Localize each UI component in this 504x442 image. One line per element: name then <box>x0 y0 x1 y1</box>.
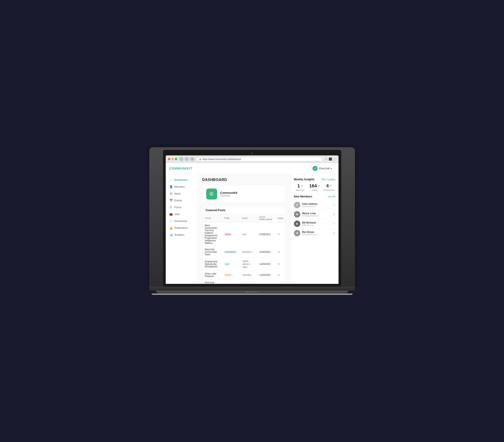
tag-item: casual <box>242 260 249 262</box>
user-menu[interactable]: C Chris Bull ∨ <box>310 165 335 172</box>
view-icon[interactable]: 👁 <box>277 250 280 254</box>
member-item: BBill Michaelsbill@aivia.ca👁 <box>294 219 335 229</box>
menu-icon[interactable]: ⋮ <box>333 158 336 161</box>
insights-more-link[interactable]: More Insights <box>321 178 335 181</box>
macbook-bottom <box>149 287 355 291</box>
sidebar-item-notifications[interactable]: 🔔 Notifications <box>166 224 198 231</box>
sidebar-item-forms[interactable]: ☑ Forms <box>166 204 198 211</box>
member-view-icon[interactable]: 👁 <box>333 222 335 225</box>
sidebar-item-documents[interactable]: 📄 Documents <box>166 218 198 224</box>
user-avatar: C <box>312 166 318 171</box>
table-header-row: TITLE TYPE TAGS DATE PUBLISHED VIEW <box>202 214 286 222</box>
post-tags: Documen... <box>239 246 257 258</box>
close-button[interactable] <box>168 158 170 160</box>
insights-grid: 1 ↗ Members 164 ↗ <box>294 183 335 191</box>
sidebar-item-analytics[interactable]: 📊 Analytics <box>166 231 198 238</box>
post-view[interactable]: 👁 <box>275 280 286 284</box>
member-item: CClark Addisonclark@aivia.ca👁 <box>294 200 335 210</box>
app-layout: ⌂ Dashboard 👤 Members 📰 News 📅 <box>166 174 339 284</box>
member-view-icon[interactable]: 👁 <box>333 232 335 234</box>
member-avatar: B <box>294 221 300 227</box>
post-type: NEWS <box>221 222 239 246</box>
posts-table: TITLE TYPE TAGS DATE PUBLISHED VIEW Meet… <box>202 214 286 284</box>
tag-item: interna... <box>242 263 251 265</box>
table-row: First Ever Mobile App for Duncan's First… <box>202 280 286 284</box>
post-view[interactable]: 👁 <box>275 222 286 246</box>
col-view: VIEW <box>275 214 286 222</box>
sidebar-item-jobs[interactable]: 💼 Jobs <box>166 211 198 218</box>
refresh-button[interactable]: ↻ <box>190 157 195 161</box>
members-icon: 👤 <box>169 185 173 188</box>
view-icon[interactable]: 👁 <box>277 263 280 266</box>
sidebar-item-dashboard[interactable]: ⌂ Dashboard <box>166 177 198 183</box>
member-info: Wayne Longwlong@gmail.com <box>302 212 331 217</box>
table-row: Employment Opportunity: ReceptionistJOBc… <box>202 258 286 271</box>
post-title: About the Communikit Team <box>202 246 221 258</box>
member-view-icon[interactable]: 👁 <box>333 204 335 206</box>
member-avatar: W <box>294 211 300 218</box>
view-icon[interactable]: 👁 <box>277 273 280 277</box>
post-view[interactable]: 👁 <box>275 246 286 258</box>
profile-logo-icon: © <box>210 191 213 197</box>
table-row: Meet Communikit – The First Platform Des… <box>202 222 286 246</box>
sidebar-item-label: Events <box>174 199 182 202</box>
member-view-icon[interactable]: 👁 <box>333 213 335 216</box>
maximize-button[interactable] <box>175 158 177 160</box>
sidebar-item-label: Jobs <box>174 213 180 215</box>
member-item: WWayne Longwlong@gmail.com👁 <box>294 210 335 219</box>
macbook-base: MacBook Pro <box>156 291 348 293</box>
post-date: 11/08/2021 <box>257 222 275 246</box>
new-members-title: New Members <box>294 195 312 198</box>
member-name: Ron Brown <box>302 231 331 233</box>
documents-icon: 📄 <box>169 219 173 223</box>
extension-icon[interactable]: ⬛ <box>329 158 332 161</box>
insight-views: 164 ↗ Views <box>308 183 321 191</box>
sidebar-item-members[interactable]: 👤 Members <box>166 183 198 190</box>
minimize-button[interactable] <box>171 158 174 160</box>
insight-conversions-value: 4 ↗ <box>323 183 335 189</box>
sidebar-item-news[interactable]: 📰 News <box>166 190 198 197</box>
members-trend-icon: ↗ <box>301 184 303 188</box>
post-title: First Ever Mobile App for Duncan's First… <box>202 280 221 284</box>
insight-members: 1 ↗ Members <box>294 183 306 191</box>
post-view[interactable]: 👁 <box>275 271 286 280</box>
featured-posts-card: Featured Posts TITLE TYPE TAGS DATE PUBL… <box>202 206 286 284</box>
members-list: CClark Addisonclark@aivia.ca👁WWayne Long… <box>294 200 335 238</box>
profile-card: © Communikit Chris Bull <box>202 185 286 203</box>
post-type: NEWS <box>221 280 239 284</box>
post-date: 11/05/2021 <box>257 258 275 271</box>
app-logo[interactable]: COMMUNIKIT <box>169 167 193 170</box>
new-members-header: New Members See All <box>294 195 335 198</box>
tag-item: Documen... <box>242 251 253 253</box>
bookmark-icon[interactable]: ☆ <box>325 158 327 161</box>
post-tags: Press R...duncan... <box>239 280 257 284</box>
app-header: COMMUNIKIT C Chris Bull ∨ <box>166 163 339 174</box>
sidebar-item-label: Members <box>174 185 185 188</box>
browser-window: ‹ › ↻ 🔒 https://www.communikit.ca/dashbo… <box>166 155 339 284</box>
url-bar[interactable]: 🔒 https://www.communikit.ca/dashboard <box>196 157 323 161</box>
forms-icon: ☑ <box>169 206 173 209</box>
view-icon[interactable]: 👁 <box>277 233 280 236</box>
new-members-see-all-link[interactable]: See All <box>328 195 335 198</box>
new-members-section: New Members See All CClark Addisonclark@… <box>294 195 335 238</box>
sidebar-item-label: Documents <box>174 220 187 222</box>
weekly-insights-section: Weekly Insights More Insights 1 ↗ Member… <box>294 178 335 191</box>
tag-item: office <box>242 266 248 268</box>
type-badge: DOCUMENT <box>224 250 237 253</box>
post-view[interactable]: 👁 <box>275 258 286 271</box>
member-info: Clark Addisonclark@aivia.ca <box>302 203 331 208</box>
post-date: 11/05/2021 <box>257 280 275 284</box>
col-type: TYPE <box>221 214 239 222</box>
insight-members-label: Members <box>294 189 306 191</box>
back-button[interactable]: ‹ <box>179 157 183 161</box>
post-type: DOCUMENT <box>221 246 239 258</box>
profile-name: Communikit <box>220 191 237 194</box>
sidebar-item-label: Notifications <box>174 227 188 229</box>
sidebar-item-events[interactable]: 📅 Events <box>166 197 198 204</box>
browser-nav: ‹ › ↻ <box>179 157 195 161</box>
post-tags: test <box>239 222 257 246</box>
views-trend-icon: ↗ <box>318 184 320 188</box>
col-date: DATE PUBLISHED <box>257 214 275 222</box>
tag-item: Pow Wow <box>242 274 252 276</box>
forward-button[interactable]: › <box>184 157 189 161</box>
